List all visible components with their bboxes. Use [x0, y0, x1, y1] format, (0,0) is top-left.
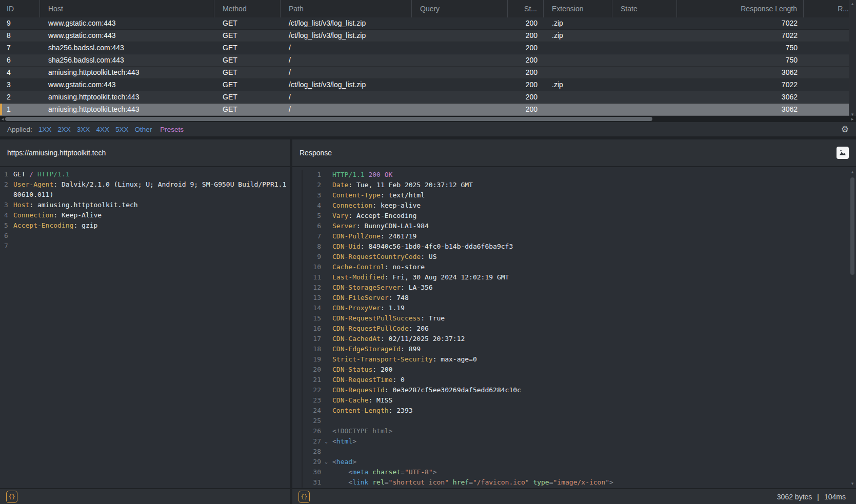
cell-status: 200	[508, 91, 544, 103]
column-header-status[interactable]: St...	[508, 0, 544, 17]
fold-chevron-icon[interactable]: ⌄	[322, 436, 330, 447]
line-number: 21	[303, 375, 322, 385]
code-text: CDN-RequestCountryCode: US	[330, 252, 856, 262]
code-line: 23CDN-Cache: MISS	[292, 395, 856, 406]
line-number: 20	[303, 365, 322, 375]
presets-link[interactable]: Presets	[160, 126, 184, 133]
gutter-strip	[292, 467, 303, 477]
table-row[interactable]: 6sha256.badssl.com:443GET/200750	[0, 54, 856, 67]
fold-spacer	[322, 200, 330, 211]
gutter-strip	[292, 436, 303, 447]
table-row[interactable]: 4amiusing.httptoolkit.tech:443GET/200306…	[0, 67, 856, 79]
column-header-r[interactable]: R...	[804, 0, 856, 17]
filter-link-4xx[interactable]: 4XX	[96, 126, 109, 133]
format-body-button[interactable]: {}	[298, 491, 310, 503]
code-line: 30 <meta charset="UTF-8">	[292, 467, 856, 477]
column-header-state[interactable]: State	[612, 0, 677, 17]
response-panel-header: Response	[292, 139, 856, 167]
gutter-strip	[292, 190, 303, 200]
column-header-extension[interactable]: Extension	[544, 0, 612, 17]
fold-spacer	[322, 180, 330, 190]
scroll-right-icon[interactable]: ▸	[850, 116, 855, 122]
column-header-response_length[interactable]: Response Length	[677, 0, 804, 17]
scroll-up-icon[interactable]: ▴	[849, 1, 856, 7]
fold-spacer	[322, 272, 330, 283]
response-editor[interactable]: 1HTTP/1.1 200 OK2Date: Tue, 11 Feb 2025 …	[292, 167, 856, 488]
cell-host: amiusing.httptoolkit.tech:443	[40, 67, 214, 78]
gutter-strip	[292, 211, 303, 221]
fold-spacer	[322, 447, 330, 457]
fold-spacer	[322, 344, 330, 354]
code-line: 13CDN-FileServer: 748	[292, 293, 856, 303]
filter-link-2xx[interactable]: 2XX	[57, 126, 71, 133]
table-horizontal-scrollbar[interactable]: ◂ ▸	[0, 116, 856, 122]
cell-state	[612, 91, 677, 103]
horizontal-scrollbar-thumb[interactable]	[5, 117, 652, 121]
render-image-button[interactable]	[837, 147, 849, 159]
fold-chevron-icon[interactable]: ⌄	[322, 457, 330, 467]
line-number: 3	[303, 190, 322, 200]
code-line: 10Cache-Control: no-store	[292, 262, 856, 272]
line-number: 18	[303, 344, 322, 354]
cell-query	[412, 54, 508, 66]
cell-host: www.gstatic.com:443	[40, 79, 214, 91]
line-number: 29	[303, 457, 322, 467]
column-header-id[interactable]: ID	[0, 0, 40, 17]
cell-r	[804, 30, 856, 42]
table-row[interactable]: 3www.gstatic.com:443GET/ct/log_list/v3/l…	[0, 79, 856, 91]
column-header-query[interactable]: Query	[412, 0, 508, 17]
cell-response_length: 3062	[677, 104, 804, 115]
code-line: 8CDN-Uid: 84940c56-1bd0-4fc0-b14b-dda6f6…	[292, 241, 856, 252]
table-row[interactable]: 2amiusing.httptoolkit.tech:443GET/200306…	[0, 91, 856, 104]
code-line: 19Strict-Transport-Security: max-age=0	[292, 354, 856, 365]
line-number: 14	[303, 303, 322, 313]
code-text	[330, 447, 856, 457]
cell-status: 200	[508, 42, 544, 54]
column-header-method[interactable]: Method	[214, 0, 281, 17]
table-row[interactable]: 8www.gstatic.com:443GET/ct/log_list/v3/l…	[0, 30, 856, 42]
fold-spacer	[322, 313, 330, 324]
code-line: 3Host: amiusing.httptoolkit.tech	[0, 200, 290, 210]
table-row[interactable]: 7sha256.badssl.com:443GET/200750	[0, 42, 856, 54]
line-number: 1	[0, 169, 12, 179]
gutter-strip	[292, 283, 303, 293]
cell-method: GET	[214, 17, 281, 29]
code-line: 17CDN-CachedAt: 02/11/2025 20:37:12	[292, 334, 856, 344]
code-line: 12CDN-StorageServer: LA-356	[292, 283, 856, 293]
table-vertical-scrollbar[interactable]: ▴ ▾	[849, 0, 856, 118]
line-number: 7	[0, 241, 12, 251]
cell-query	[412, 91, 508, 103]
code-text: <html>	[330, 436, 856, 447]
scroll-up-icon[interactable]: ▴	[849, 169, 855, 175]
filter-link-3xx[interactable]: 3XX	[77, 126, 90, 133]
request-editor[interactable]: 1GET / HTTP/1.12User-Agent: Dalvik/2.1.0…	[0, 167, 290, 488]
code-text: Connection: keep-alive	[330, 200, 856, 211]
response-vertical-scrollbar[interactable]: ▴ ▾	[849, 167, 856, 488]
filter-link-other[interactable]: Other	[134, 126, 152, 133]
table-row[interactable]: 9www.gstatic.com:443GET/ct/log_list/v3/l…	[0, 17, 856, 30]
code-text: User-Agent: Dalvik/2.1.0 (Linux; U; Andr…	[12, 179, 290, 200]
response-scrollbar-thumb[interactable]	[850, 177, 854, 275]
cell-method: GET	[214, 104, 281, 115]
column-header-host[interactable]: Host	[40, 0, 214, 17]
fold-spacer	[322, 416, 330, 426]
format-body-button[interactable]: {}	[6, 491, 17, 503]
scroll-left-icon[interactable]: ◂	[0, 116, 5, 122]
fold-spacer	[322, 375, 330, 385]
column-header-path[interactable]: Path	[281, 0, 412, 17]
code-text: Server: BunnyCDN-LA1-984	[330, 221, 856, 231]
code-line: 5Accept-Encoding: gzip	[0, 220, 290, 231]
cell-r	[804, 104, 856, 115]
scroll-down-icon[interactable]: ▾	[849, 480, 855, 487]
line-number: 13	[303, 293, 322, 303]
cell-path: /ct/log_list/v3/log_list.zip	[281, 17, 412, 29]
filter-link-5xx[interactable]: 5XX	[115, 126, 129, 133]
gutter-strip	[292, 293, 303, 303]
code-text: Accept-Encoding: gzip	[12, 220, 290, 231]
cell-method: GET	[214, 30, 281, 42]
gear-icon[interactable]: ⚙	[841, 124, 849, 135]
code-text: Content-Type: text/html	[330, 190, 856, 200]
filter-link-1xx[interactable]: 1XX	[38, 126, 52, 133]
cell-response_length: 7022	[677, 79, 804, 91]
table-row-selected[interactable]: 1amiusing.httptoolkit.tech:443GET/200306…	[0, 104, 856, 116]
